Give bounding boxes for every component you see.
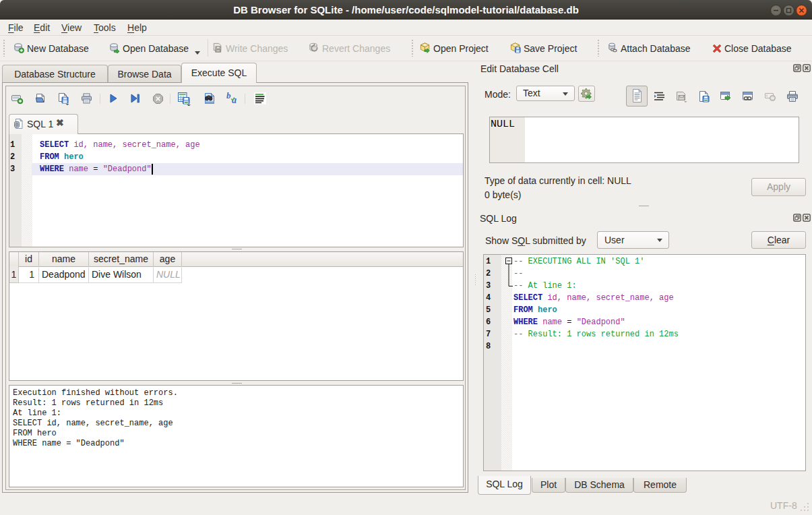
svg-text:b: b (226, 92, 231, 100)
